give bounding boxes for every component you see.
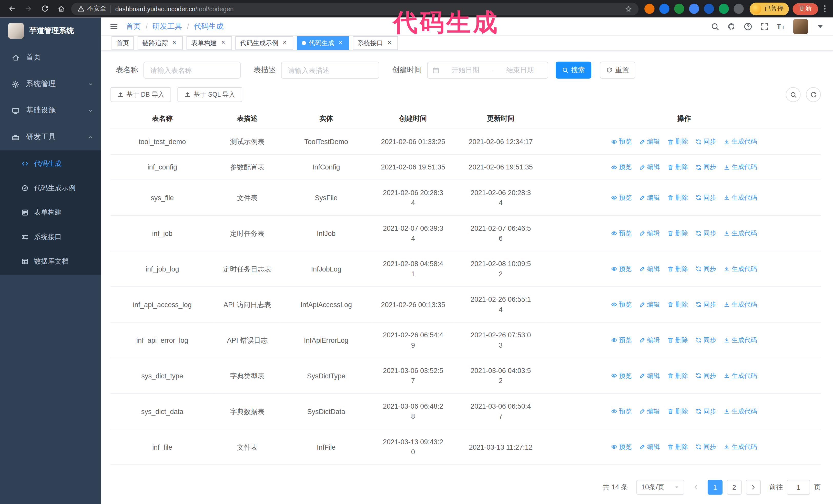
row-action-trash[interactable]: 删除 bbox=[667, 193, 688, 202]
reset-button[interactable]: 重置 bbox=[600, 62, 635, 78]
tab-home[interactable]: 首页 bbox=[112, 36, 134, 50]
sidebar-toggle[interactable] bbox=[110, 22, 118, 31]
sidebar-item-home[interactable]: 首页 bbox=[0, 44, 101, 71]
user-avatar[interactable] bbox=[793, 19, 808, 34]
bookmark-star-icon[interactable] bbox=[625, 5, 632, 13]
row-action-download[interactable]: 生成代码 bbox=[723, 162, 757, 172]
breadcrumb-home[interactable]: 首页 bbox=[126, 22, 141, 31]
row-action-trash[interactable]: 删除 bbox=[667, 335, 688, 345]
toolbar-refresh-button[interactable] bbox=[806, 87, 821, 102]
extension-icon-6[interactable] bbox=[719, 4, 729, 14]
row-action-edit[interactable]: 编辑 bbox=[639, 264, 660, 274]
next-page-button[interactable] bbox=[746, 480, 761, 495]
search-icon[interactable] bbox=[711, 22, 719, 30]
date-range-picker[interactable]: 开始日期 - 结束日期 bbox=[427, 62, 548, 78]
browser-home-button[interactable] bbox=[54, 2, 67, 15]
tab-form-builder[interactable]: 表单构建× bbox=[187, 36, 232, 50]
breadcrumb-dev-tools[interactable]: 研发工具 bbox=[152, 22, 182, 31]
row-action-edit[interactable]: 编辑 bbox=[639, 335, 660, 345]
row-action-sync[interactable]: 同步 bbox=[695, 193, 716, 202]
row-action-sync[interactable]: 同步 bbox=[695, 228, 716, 238]
row-action-trash[interactable]: 删除 bbox=[667, 162, 688, 172]
fullscreen-icon[interactable] bbox=[760, 22, 769, 30]
row-action-edit[interactable]: 编辑 bbox=[639, 228, 660, 238]
sidebar-item-dev-tools[interactable]: 研发工具 bbox=[0, 124, 101, 150]
font-size-icon[interactable] bbox=[777, 22, 785, 30]
row-action-eye[interactable]: 预览 bbox=[611, 193, 632, 202]
row-action-download[interactable]: 生成代码 bbox=[723, 264, 757, 274]
tab-trace[interactable]: 链路追踪× bbox=[138, 36, 183, 50]
row-action-download[interactable]: 生成代码 bbox=[723, 137, 757, 147]
extension-icon-1[interactable] bbox=[644, 4, 654, 14]
row-action-trash[interactable]: 删除 bbox=[667, 371, 688, 381]
table-desc-input[interactable] bbox=[281, 62, 379, 78]
row-action-sync[interactable]: 同步 bbox=[695, 299, 716, 309]
row-action-eye[interactable]: 预览 bbox=[611, 371, 632, 381]
extension-icon-5[interactable] bbox=[704, 4, 714, 14]
import-sql-button[interactable]: 基于 SQL 导入 bbox=[177, 87, 242, 102]
sidebar-subitem-form-builder[interactable]: 表单构建 bbox=[0, 200, 101, 224]
github-icon[interactable] bbox=[728, 22, 736, 30]
help-icon[interactable] bbox=[744, 22, 752, 30]
row-action-eye[interactable]: 预览 bbox=[611, 264, 632, 274]
row-action-sync[interactable]: 同步 bbox=[695, 162, 716, 172]
row-action-trash[interactable]: 删除 bbox=[667, 406, 688, 416]
extension-icon-4[interactable] bbox=[689, 4, 699, 14]
row-action-sync[interactable]: 同步 bbox=[695, 406, 716, 416]
row-action-eye[interactable]: 预览 bbox=[611, 406, 632, 416]
extension-icon-2[interactable] bbox=[659, 4, 669, 14]
browser-update-button[interactable]: 更新 bbox=[792, 3, 818, 15]
row-action-download[interactable]: 生成代码 bbox=[723, 442, 757, 452]
sidebar-subitem-codegen[interactable]: 代码生成 bbox=[0, 151, 101, 176]
browser-menu-icon[interactable] bbox=[822, 5, 828, 12]
row-action-download[interactable]: 生成代码 bbox=[723, 299, 757, 309]
sidebar-item-infrastructure[interactable]: 基础设施 bbox=[0, 97, 101, 124]
sidebar-subitem-system-api[interactable]: 系统接口 bbox=[0, 225, 101, 249]
tab-codegen[interactable]: 代码生成× bbox=[297, 36, 349, 50]
prev-page-button[interactable] bbox=[688, 480, 703, 495]
table-name-input[interactable] bbox=[144, 62, 241, 78]
row-action-sync[interactable]: 同步 bbox=[695, 442, 716, 452]
security-indicator[interactable]: 不安全 bbox=[78, 4, 106, 13]
close-icon[interactable]: × bbox=[281, 39, 288, 47]
row-action-sync[interactable]: 同步 bbox=[695, 137, 716, 147]
page-number-2[interactable]: 2 bbox=[727, 480, 741, 495]
extension-icon-7[interactable] bbox=[734, 4, 743, 14]
row-action-download[interactable]: 生成代码 bbox=[723, 406, 757, 416]
goto-page-input[interactable] bbox=[787, 480, 810, 495]
row-action-edit[interactable]: 编辑 bbox=[639, 442, 660, 452]
url-bar[interactable]: 不安全 dashboard.yudao.iocoder.cn/tool/code… bbox=[71, 2, 639, 15]
row-action-eye[interactable]: 预览 bbox=[611, 162, 632, 172]
row-action-trash[interactable]: 删除 bbox=[667, 137, 688, 147]
row-action-download[interactable]: 生成代码 bbox=[723, 371, 757, 381]
row-action-trash[interactable]: 删除 bbox=[667, 442, 688, 452]
row-action-sync[interactable]: 同步 bbox=[695, 335, 716, 345]
row-action-trash[interactable]: 删除 bbox=[667, 299, 688, 309]
browser-back-button[interactable] bbox=[5, 2, 18, 15]
row-action-eye[interactable]: 预览 bbox=[611, 335, 632, 345]
row-action-trash[interactable]: 删除 bbox=[667, 228, 688, 238]
row-action-download[interactable]: 生成代码 bbox=[723, 335, 757, 345]
close-icon[interactable]: × bbox=[337, 39, 344, 47]
search-button[interactable]: 搜索 bbox=[556, 62, 591, 78]
row-action-edit[interactable]: 编辑 bbox=[639, 371, 660, 381]
row-action-edit[interactable]: 编辑 bbox=[639, 137, 660, 147]
row-action-eye[interactable]: 预览 bbox=[611, 442, 632, 452]
close-icon[interactable]: × bbox=[219, 39, 227, 47]
browser-reload-button[interactable] bbox=[38, 2, 51, 15]
row-action-sync[interactable]: 同步 bbox=[695, 371, 716, 381]
avatar-caret-icon[interactable] bbox=[816, 22, 825, 30]
tab-codegen-example[interactable]: 代码生成示例× bbox=[235, 36, 293, 50]
row-action-eye[interactable]: 预览 bbox=[611, 299, 632, 309]
tab-system-api[interactable]: 系统接口× bbox=[353, 36, 398, 50]
row-action-eye[interactable]: 预览 bbox=[611, 137, 632, 147]
row-action-edit[interactable]: 编辑 bbox=[639, 162, 660, 172]
row-action-edit[interactable]: 编辑 bbox=[639, 406, 660, 416]
sidebar-subitem-db-docs[interactable]: 数据库文档 bbox=[0, 249, 101, 273]
browser-forward-button[interactable] bbox=[22, 2, 34, 15]
page-number-1[interactable]: 1 bbox=[708, 480, 722, 495]
row-action-trash[interactable]: 删除 bbox=[667, 264, 688, 274]
row-action-sync[interactable]: 同步 bbox=[695, 264, 716, 274]
profile-paused-badge[interactable]: 已暂停 bbox=[750, 2, 789, 15]
sidebar-subitem-codegen-example[interactable]: 代码生成示例 bbox=[0, 176, 101, 200]
